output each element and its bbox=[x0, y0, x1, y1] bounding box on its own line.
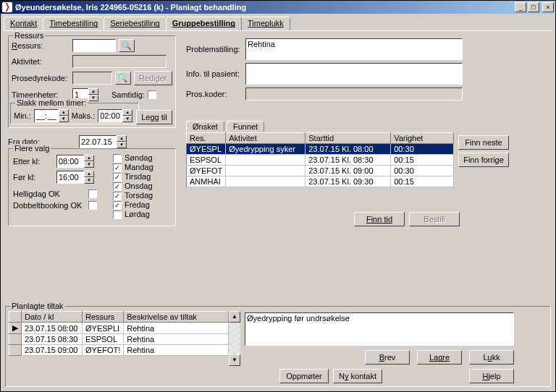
problemstilling-label: Problemstilling: bbox=[186, 45, 243, 54]
timeenheter-spinner[interactable]: ▲▼ bbox=[88, 88, 98, 101]
col-varighet[interactable]: Varighet bbox=[391, 133, 454, 144]
aktivitet-label: Aktivitet: bbox=[12, 57, 70, 66]
day-label-6: Lørdag bbox=[125, 210, 150, 219]
planlagte-group: Planlagte tiltak Dato / kl Ressurs Beskr… bbox=[5, 306, 551, 387]
maks-label: Maks.: bbox=[72, 111, 95, 120]
helligdag-checkbox[interactable] bbox=[88, 189, 97, 198]
ressurs-group: Ressurs Ressurs: 🔍 Aktivitet: Prosedyrek… bbox=[8, 35, 176, 128]
etterkl-label: Etter kl: bbox=[13, 157, 54, 166]
found-table: Res. Aktivitet Starttid Varighet ØYESPLØ… bbox=[186, 132, 454, 187]
finn-neste-button[interactable]: Finn neste bbox=[458, 135, 509, 150]
window-title: Øyeundersøkelse, Iris 224965-05216 (k) -… bbox=[15, 3, 515, 12]
col-aktivitet[interactable]: Aktivitet bbox=[226, 133, 306, 144]
proskoder-display bbox=[245, 88, 463, 101]
day-label-1: Mandag bbox=[125, 163, 153, 172]
maximize-button[interactable]: □ bbox=[528, 2, 539, 12]
samtidig-label: Samtidig: bbox=[111, 90, 145, 99]
col-marker bbox=[9, 312, 22, 323]
planlagt-row[interactable]: 23.07.15 09:00ØYEFOT!Rehtina bbox=[9, 345, 229, 356]
finn-tid-button[interactable]: Finn tid bbox=[354, 212, 405, 226]
main-tabbar: Kontakt Timebestilling Seriebestilling G… bbox=[1, 14, 555, 30]
fra-dato-spinner[interactable]: ▲▼ bbox=[117, 135, 127, 148]
dobbelt-checkbox[interactable] bbox=[88, 201, 97, 210]
planlagt-row[interactable]: 23.07.15 08:30ESPSOLRehtina bbox=[9, 334, 229, 345]
problemstilling-input[interactable]: Rehtina bbox=[245, 38, 463, 60]
maks-input[interactable] bbox=[98, 109, 122, 122]
day-label-2: Tirsdag bbox=[125, 172, 151, 182]
oensket-tab[interactable]: Ønsket bbox=[186, 121, 224, 131]
funnet-tab[interactable]: Funnet bbox=[227, 121, 264, 132]
prosedyre-search-icon: 🔍 bbox=[115, 72, 131, 85]
day-label-0: Søndag bbox=[125, 153, 153, 163]
col-ressurs[interactable]: Ressurs bbox=[83, 312, 124, 323]
foerkl-label: Før kl: bbox=[13, 173, 54, 182]
day-checkbox-2[interactable]: ✓ bbox=[113, 173, 122, 182]
ressurs-legend: Ressurs bbox=[13, 31, 45, 40]
found-row[interactable]: ESPSOL23.07.15 Kl. 08:3000:15 bbox=[187, 155, 454, 166]
tiltak-description[interactable]: Øyedrypping før undrsøkelse bbox=[245, 312, 514, 346]
fra-dato-input[interactable] bbox=[79, 135, 117, 148]
ressurs-input[interactable] bbox=[72, 39, 116, 52]
day-checkbox-4[interactable]: ✓ bbox=[113, 192, 122, 200]
min-spinner[interactable]: ▲▼ bbox=[59, 109, 69, 122]
lukk-button[interactable]: Lukk bbox=[469, 350, 514, 365]
scroll-up-icon[interactable]: ▲ bbox=[229, 311, 240, 323]
col-res[interactable]: Res. bbox=[187, 133, 226, 144]
binoculars-icon[interactable]: 🔍 bbox=[119, 39, 135, 52]
tab-kontakt[interactable]: Kontakt bbox=[4, 17, 43, 30]
ressurs-label: Ressurs: bbox=[12, 41, 70, 50]
day-checkbox-1[interactable]: ✓ bbox=[113, 163, 122, 172]
tab-seriebestilling[interactable]: Seriebestilling bbox=[104, 17, 166, 30]
leggtil-button[interactable]: Legg til bbox=[136, 110, 172, 124]
slakk-group: Slakk mellom timer: Min.: ▲▼ Maks.: ▲▼ bbox=[10, 103, 139, 124]
col-datokl[interactable]: Dato / kl bbox=[22, 312, 83, 323]
foerkl-input[interactable] bbox=[56, 171, 84, 184]
day-label-4: Torsdag bbox=[125, 191, 153, 200]
scroll-down-icon[interactable]: ▼ bbox=[229, 354, 240, 366]
prosedyrekode-label: Prosedyrekode: bbox=[12, 74, 70, 82]
col-starttid[interactable]: Starttid bbox=[306, 133, 391, 144]
found-row[interactable]: ØYEFOT23.07.15 Kl. 09:0000:30 bbox=[187, 166, 454, 176]
title-bar: Øyeundersøkelse, Iris 224965-05216 (k) -… bbox=[1, 1, 555, 14]
dobbelt-label: Dobbeltbooking OK bbox=[13, 201, 85, 210]
etterkl-spinner[interactable]: ▲▼ bbox=[84, 155, 94, 168]
found-row[interactable]: ANMHAI23.07.15 Kl. 09:3000:15 bbox=[187, 176, 454, 187]
min-label: Min.: bbox=[14, 111, 31, 120]
tab-gruppebestilling[interactable]: Gruppebestilling bbox=[166, 17, 242, 30]
day-checkbox-6[interactable] bbox=[113, 210, 122, 219]
tab-timebestilling[interactable]: Timebestilling bbox=[43, 17, 104, 30]
flerevalg-group: Flere valg Etter kl: ▲▼ Før kl: ▲▼ Helli… bbox=[8, 148, 176, 226]
day-checkbox-0[interactable] bbox=[113, 154, 122, 163]
info-label: Info. til pasient: bbox=[186, 69, 243, 78]
planlagte-legend: Planlagte tiltak bbox=[10, 302, 65, 310]
day-label-3: Onsdag bbox=[125, 182, 153, 191]
proskoder-label: Pros.koder: bbox=[186, 90, 243, 98]
app-icon bbox=[2, 2, 12, 12]
samtidig-checkbox[interactable] bbox=[148, 90, 156, 99]
brev-button[interactable]: Brev bbox=[365, 350, 410, 365]
helligdag-label: Helligdag OK bbox=[13, 189, 85, 198]
rediger-button: Rediger bbox=[134, 71, 172, 85]
col-beskrivelse[interactable]: Beskrivelse av tiltak bbox=[124, 312, 229, 323]
minimize-button[interactable]: _ bbox=[515, 2, 526, 12]
maks-spinner[interactable]: ▲▼ bbox=[122, 109, 132, 122]
planlagte-table: Dato / kl Ressurs Beskrivelse av tiltak … bbox=[9, 311, 229, 356]
planlagt-row[interactable]: ▶23.07.15 08:00ØYESPLIRehtina bbox=[9, 323, 229, 334]
tab-timeplukk[interactable]: Timeplukk bbox=[241, 17, 290, 30]
lagre-button[interactable]: Lagre bbox=[417, 350, 462, 365]
etterkl-input[interactable] bbox=[56, 155, 84, 168]
flerevalg-legend: Flere valg bbox=[13, 144, 51, 153]
info-input[interactable] bbox=[245, 63, 463, 85]
hjelp-button[interactable]: Hjelp bbox=[469, 369, 514, 383]
min-input[interactable] bbox=[34, 109, 59, 122]
close-button[interactable]: × bbox=[542, 2, 554, 12]
finn-forrige-button[interactable]: Finn forrige bbox=[458, 153, 509, 167]
found-row[interactable]: ØYESPLØyedrypping syker23.07.15 Kl. 08:0… bbox=[187, 144, 454, 155]
oppmoter-button[interactable]: Oppmøter bbox=[279, 369, 329, 383]
planlagte-scrollbar[interactable]: ▲ ▼ bbox=[229, 311, 240, 366]
prosedyrekode-display bbox=[72, 72, 112, 85]
foerkl-spinner[interactable]: ▲▼ bbox=[84, 171, 94, 184]
day-checkbox-3[interactable]: ✓ bbox=[113, 182, 122, 191]
day-checkbox-5[interactable]: ✓ bbox=[113, 201, 122, 210]
nykontakt-button[interactable]: Ny kontakt bbox=[333, 369, 382, 383]
